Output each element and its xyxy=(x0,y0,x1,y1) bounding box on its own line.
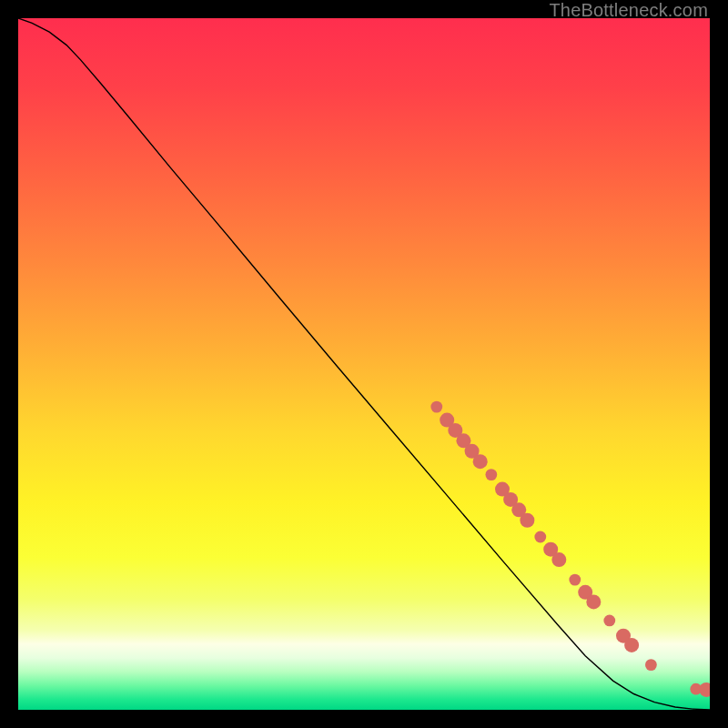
credit-text: TheBottleneck.com xyxy=(549,0,708,21)
chart-point xyxy=(473,454,488,469)
chart-point xyxy=(485,469,497,480)
chart-plot-area xyxy=(18,18,710,710)
chart-point xyxy=(645,659,657,671)
chart-stage: TheBottleneck.com xyxy=(0,0,728,728)
chart-point xyxy=(520,513,534,528)
chart-point xyxy=(551,552,566,567)
chart-point xyxy=(699,682,710,697)
chart-point xyxy=(603,615,615,627)
chart-point xyxy=(624,638,639,652)
chart-overlay xyxy=(18,18,710,710)
chart-scatter-group xyxy=(430,401,710,697)
chart-point xyxy=(586,594,601,609)
chart-point xyxy=(569,574,581,586)
chart-curve xyxy=(18,18,710,710)
chart-point xyxy=(430,401,442,413)
chart-point xyxy=(534,531,546,543)
